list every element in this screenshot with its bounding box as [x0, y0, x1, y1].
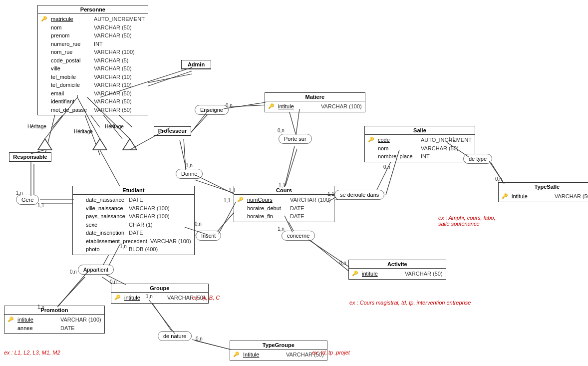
relation-inscrit: Inscrit	[196, 231, 221, 241]
entity-typegroupe-title: TypeGroupe	[230, 341, 327, 350]
entity-etudiant: Etudiant date_naissanceDATE ville_naissa…	[72, 186, 195, 255]
entity-responsable-title: Responsable	[9, 153, 51, 161]
entity-cours: Cours 🔑numCoursVARCHAR (100) horaire_deb…	[234, 186, 334, 222]
svg-text:0,n: 0,n	[278, 128, 285, 133]
relation-enseigne: Enseigne	[195, 105, 229, 115]
entity-promotion-title: Promotion	[4, 306, 104, 315]
svg-line-57	[106, 275, 126, 285]
svg-line-15	[309, 240, 352, 274]
entity-responsable: Responsable	[9, 152, 51, 162]
svg-line-60	[195, 341, 231, 350]
heritage-label-1: Héritage	[27, 124, 46, 129]
svg-line-6	[190, 112, 210, 134]
relation-se-deroule: se deroule dans	[334, 190, 384, 200]
relation-porte-sur: Porte sur	[279, 134, 312, 144]
svg-line-45	[285, 146, 294, 187]
relation-concerne: concerne	[282, 231, 315, 241]
svg-line-11	[195, 180, 239, 195]
diagram-canvas: Personne 🔑matriculeAUTO_INCREMENT nomVAR…	[0, 0, 588, 366]
svg-marker-30	[93, 139, 107, 150]
entity-professeur: Professeur	[154, 126, 191, 136]
relation-de-type: de type	[463, 154, 492, 164]
svg-text:0,n: 0,n	[195, 221, 202, 227]
entity-activite: Activite 🔑intituleVARCHAR (50)	[348, 260, 446, 280]
svg-line-7	[224, 105, 267, 107]
entity-promotion: Promotion 🔑intituleVARCHAR (100) anneeDA…	[4, 306, 105, 334]
entity-typesalle: TypeSalle 🔑intituleVARCHAR (50)	[498, 182, 588, 202]
svg-line-23	[150, 300, 175, 336]
heritage-label-3: Héritage	[105, 124, 124, 129]
svg-line-24	[192, 340, 231, 350]
svg-marker-29	[38, 139, 52, 150]
svg-text:0,n: 0,n	[383, 164, 390, 170]
entity-admin-title: Admin	[182, 60, 211, 69]
entity-matiere-title: Matiere	[265, 93, 365, 101]
entity-admin: Admin	[181, 60, 211, 69]
relation-appartient: Appartient	[78, 265, 114, 275]
annotation-activite: ex : Cours magistral, td, tp, interventi…	[349, 300, 471, 306]
svg-text:0,n: 0,n	[495, 176, 502, 182]
entity-salle-title: Salle	[365, 126, 475, 135]
entity-typesalle-title: TypeSalle	[499, 183, 588, 191]
entity-salle: Salle 🔑codeAUTO_INCREMENT nomVARCHAR (50…	[364, 126, 475, 162]
entity-activite-title: Activite	[349, 260, 446, 269]
svg-line-59	[149, 300, 175, 334]
svg-text:0,n: 0,n	[339, 260, 346, 266]
svg-line-47	[195, 175, 236, 195]
relation-de-nature: de nature	[158, 331, 192, 341]
annotation-typesalle: ex : Amphi, cours, labo,salle soutenance	[438, 215, 496, 227]
svg-line-51	[308, 240, 349, 267]
annotation-groupe: ex : A, B, C	[192, 295, 220, 301]
annotation-typegroupe: ex: td, tp ,projet	[312, 350, 350, 356]
svg-text:0,n: 0,n	[196, 336, 203, 342]
svg-text:1,n: 1,n	[278, 226, 285, 232]
entity-etudiant-title: Etudiant	[73, 186, 194, 195]
entity-matiere: Matiere 🔑intituleVARCHAR (100)	[265, 92, 365, 112]
relation-donne: Donne	[176, 169, 203, 179]
svg-text:1,n: 1,n	[186, 163, 193, 168]
svg-marker-31	[123, 139, 137, 150]
svg-line-44	[296, 109, 299, 135]
heritage-label-2: Héritage	[74, 129, 93, 134]
svg-text:1,1: 1,1	[37, 203, 44, 208]
svg-line-58	[57, 272, 87, 307]
annotation-promotion: ex : L1, L2, L3, M1, M2	[4, 350, 60, 356]
svg-line-46	[184, 139, 186, 170]
entity-cours-title: Cours	[234, 186, 334, 195]
svg-line-19	[489, 160, 504, 184]
svg-line-49	[219, 202, 236, 234]
svg-text:1,1: 1,1	[224, 198, 231, 203]
entity-personne-title: Personne	[38, 5, 148, 14]
entity-groupe-title: Groupe	[111, 284, 208, 293]
svg-line-37	[100, 150, 120, 186]
svg-line-43	[224, 102, 266, 109]
relation-gere: Gere	[16, 195, 39, 205]
svg-text:0,n: 0,n	[70, 269, 77, 275]
entity-personne: Personne 🔑matriculeAUTO_INCREMENT nomVAR…	[37, 5, 148, 115]
svg-line-9	[285, 149, 297, 189]
entity-professeur-title: Professeur	[154, 127, 191, 135]
svg-line-55	[489, 161, 504, 184]
